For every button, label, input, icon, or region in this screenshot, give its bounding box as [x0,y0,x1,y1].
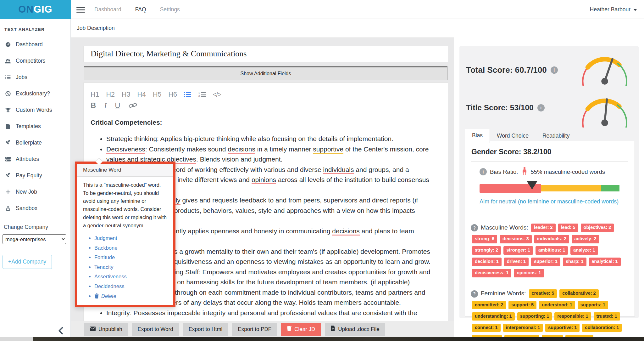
sidebar-item-sandbox[interactable]: Sandbox [0,200,70,216]
nav-link-faq[interactable]: FAQ [135,6,146,13]
help-icon[interactable]: ? [471,224,478,231]
export-html-button[interactable]: Export to Html [183,323,228,336]
masculine-word-tag[interactable]: sharp: 1 [563,258,586,266]
masculine-word-tag[interactable]: leader: 2 [531,224,556,232]
synonym-link[interactable]: Judgment [94,233,167,243]
code-view-icon[interactable]: </> [213,91,221,98]
feminine-word-tag[interactable]: collaborative: 2 [559,289,598,298]
feminine-word-tag[interactable]: committed: 2 [472,301,506,310]
sidebar-item-pay-equity[interactable]: Pay Equity [0,167,70,184]
feminine-word-tag[interactable]: supports: 1 [578,301,608,310]
flagged-word[interactable]: decisions [332,227,360,236]
sidebar-item-templates[interactable]: Templates [0,118,70,134]
masculine-word-tag[interactable]: superior: 1 [531,258,560,266]
bold-button[interactable]: B [91,101,96,110]
tab-word-choice[interactable]: Word Choice [490,129,536,142]
sidebar-item-custom-words[interactable]: Custom Words [0,102,70,118]
synonym-link[interactable]: Fortitude [94,253,167,262]
heading1-button[interactable]: H1 [91,91,99,99]
ordered-list-icon[interactable]: 12 [198,91,206,98]
synonym-link[interactable]: Tenacity [94,262,167,272]
masculine-word-tag[interactable]: individuals: 2 [534,235,569,243]
link-icon[interactable] [129,102,137,109]
bias-tab-panel: Gender Score: 38.2/100 i Bias Ratio: 55%… [465,141,635,316]
sidebar-item-exclusionary[interactable]: Exclusionary? [0,85,70,102]
flagged-word[interactable]: supportive [313,145,343,154]
feminine-word-tag[interactable]: understood: 1 [539,301,575,310]
analysis-tabs: BiasWord ChoiceReadability [465,129,576,142]
collapse-sidebar-icon[interactable] [58,327,64,336]
synonym-link[interactable]: Backbone [94,243,167,253]
help-icon[interactable]: ? [471,290,478,298]
upload-docx-button[interactable]: Upload .docx File [325,323,385,336]
underline-button[interactable]: U [115,101,120,110]
nav-link-dashboard[interactable]: Dashboard [94,6,121,13]
masculine-word-tag[interactable]: lead: 5 [558,224,578,232]
sidebar-item-jobs[interactable]: Jobs [0,69,70,85]
show-additional-fields-button[interactable]: Show Additional Fields [84,66,447,80]
sidebar: TEXT ANALYZER DashboardCompetitorsJobsEx… [0,19,71,337]
sidebar-item-boilerplate[interactable]: Boilerplate [0,134,70,151]
masculine-word-tag[interactable]: decisions: 3 [500,235,532,243]
aim-for-neutral-link[interactable]: Aim for neutral (no feminine or masculin… [480,198,619,205]
masculine-word-tag[interactable]: objectives: 2 [581,224,614,232]
user-menu[interactable]: Heather Barbour [590,0,637,19]
sidebar-item-attributes[interactable]: Attributes [0,151,70,167]
breadcrumb: Job Description [77,25,115,31]
feminine-word-tag[interactable]: connect: 1 [472,324,501,332]
heading2-button[interactable]: H2 [106,91,114,99]
feminine-word-tag[interactable]: creative: 5 [529,289,557,298]
flagged-word[interactable]: decisions [228,145,255,154]
bullet-list-icon[interactable] [184,91,192,98]
heading3-button[interactable]: H3 [122,91,130,99]
job-title-card[interactable]: Digital Director, Marketing & Communicat… [83,46,448,62]
feminine-word-tag[interactable]: interpersonal: 1 [503,324,543,332]
synonym-link[interactable]: Assertiveness [94,272,167,281]
sidebar-item-dashboard[interactable]: Dashboard [0,36,70,53]
masculine-word-tag[interactable]: driven: 1 [504,258,529,266]
masculine-word-tag[interactable]: actively: 2 [572,235,599,243]
feminine-word-tag[interactable]: collaboration: 1 [582,324,622,332]
nav-link-settings[interactable]: Settings [160,6,180,13]
info-icon[interactable]: i [480,168,487,175]
delete-word-link[interactable]: Delete [94,291,167,301]
flagged-word[interactable]: Decisiveness [106,145,145,154]
heading4-button[interactable]: H4 [137,91,146,99]
company-select[interactable]: mega-enterprises [3,234,66,244]
feminine-word-tag[interactable]: understanding: 1 [472,312,515,321]
feminine-word-tag[interactable]: trusted: 1 [594,312,620,321]
total-score: Total Score: 60.7/100 i [466,65,558,75]
export-word-button[interactable]: Export to Word [132,323,179,336]
masculine-word-tag[interactable]: stronger: 1 [503,246,533,255]
tab-bias[interactable]: Bias [465,129,490,143]
info-icon[interactable]: i [551,66,558,74]
masculine-word-tag[interactable]: strong: 6 [472,235,497,243]
masculine-word-tag[interactable]: analytical: 1 [589,258,621,266]
tab-readability[interactable]: Readability [536,129,577,142]
unpublish-button[interactable]: Unpublish [84,323,128,336]
masculine-word-tag[interactable]: ambitious: 1 [536,246,568,255]
heading6-button[interactable]: H6 [168,91,177,99]
masculine-word-tag[interactable]: decision: 1 [472,258,502,266]
feminine-word-tag[interactable]: supporting: 1 [517,312,552,321]
add-company-button[interactable]: +Add Company [3,255,52,269]
clear-jd-button[interactable]: Clear JD [281,323,321,336]
feminine-word-tag[interactable]: responsible: 1 [554,312,591,321]
hamburger-menu-icon[interactable] [76,6,85,13]
synonym-link[interactable]: Decidedness [94,281,167,291]
feminine-word-tag[interactable]: support: 5 [508,301,536,310]
sidebar-item-competitors[interactable]: Competitors [0,53,70,69]
ongig-logo[interactable]: ONGIG [0,0,71,19]
feminine-word-tag[interactable]: supportive: 1 [545,324,580,332]
heading5-button[interactable]: H5 [153,91,161,99]
sidebar-item-new-job[interactable]: New Job [0,184,70,200]
masculine-word-tag[interactable]: decisiveness: 1 [472,269,511,277]
masculine-word-tag[interactable]: analyze: 1 [570,246,598,255]
masculine-word-tag[interactable]: strongly: 2 [472,246,501,255]
italic-button[interactable]: I [104,101,107,110]
masculine-word-tag[interactable]: opinions: 1 [514,269,544,277]
flagged-word[interactable]: individuals [323,166,354,174]
export-pdf-button[interactable]: Export to PDF [232,323,277,336]
info-icon[interactable]: i [537,104,545,111]
flagged-word[interactable]: opinions [252,176,276,184]
